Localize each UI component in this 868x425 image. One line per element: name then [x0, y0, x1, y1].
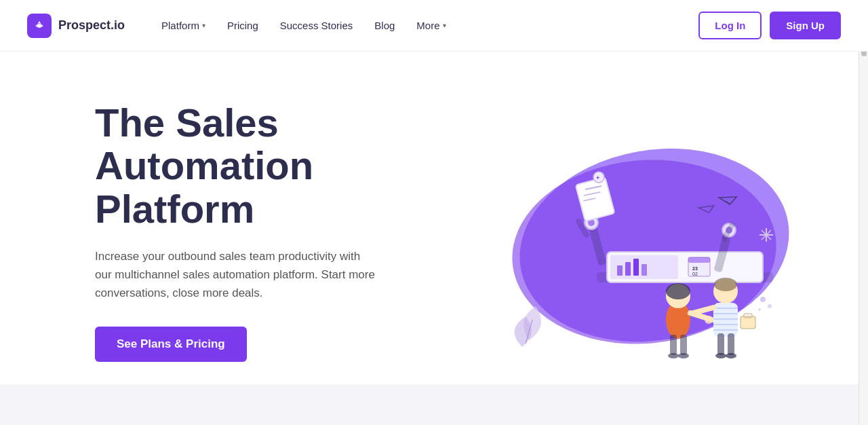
- svg-point-58: [726, 353, 736, 358]
- svg-rect-9: [633, 259, 639, 276]
- nav-pricing[interactable]: Pricing: [218, 14, 268, 37]
- cta-button[interactable]: See Plans & Pricing: [95, 327, 247, 362]
- svg-rect-7: [617, 265, 623, 276]
- illustration-svg: 23 02: [475, 89, 814, 374]
- svg-point-44: [668, 353, 679, 358]
- logo[interactable]: Prospect.io: [27, 14, 125, 38]
- nav-links: Platform ▾ Pricing Success Stories Blog …: [152, 14, 698, 37]
- hero-illustration: 23 02: [475, 89, 814, 374]
- logo-icon: [27, 14, 52, 38]
- svg-point-0: [38, 24, 41, 27]
- nav-blog[interactable]: Blog: [365, 14, 404, 37]
- svg-point-62: [705, 316, 713, 324]
- svg-point-38: [758, 308, 761, 311]
- svg-rect-10: [642, 264, 647, 276]
- svg-rect-12: [688, 257, 710, 263]
- hero-section: The Sales Automation Platform Increase y…: [0, 52, 868, 384]
- platform-chevron-icon: ▾: [202, 22, 205, 29]
- svg-point-36: [760, 297, 766, 302]
- more-chevron-icon: ▾: [443, 22, 446, 29]
- svg-point-37: [768, 304, 772, 308]
- scrollbar[interactable]: [859, 0, 868, 425]
- nav-success-stories[interactable]: Success Stories: [271, 14, 363, 37]
- svg-text:02: 02: [692, 272, 698, 276]
- nav-more[interactable]: More ▾: [407, 14, 455, 37]
- svg-rect-55: [717, 333, 724, 355]
- hero-right: 23 02: [448, 79, 841, 384]
- signup-button[interactable]: Sign Up: [770, 12, 841, 39]
- svg-point-45: [678, 353, 689, 358]
- svg-rect-8: [625, 262, 631, 276]
- login-button[interactable]: Log In: [698, 12, 762, 39]
- hero-subtitle: Increase your outbound sales team produc…: [95, 247, 380, 303]
- svg-rect-42: [670, 335, 677, 355]
- svg-rect-56: [728, 333, 734, 355]
- hero-left: The Sales Automation Platform Increase y…: [95, 101, 448, 363]
- svg-text:+: +: [596, 174, 599, 181]
- navbar: Prospect.io Platform ▾ Pricing Success S…: [0, 0, 868, 52]
- nav-actions: Log In Sign Up: [698, 12, 841, 39]
- svg-rect-43: [680, 335, 687, 355]
- svg-point-57: [715, 353, 726, 358]
- nav-platform[interactable]: Platform ▾: [152, 14, 215, 37]
- logo-text: Prospect.io: [58, 18, 125, 33]
- svg-point-41: [666, 283, 690, 299]
- bottom-bar: [0, 384, 859, 425]
- hero-title: The Sales Automation Platform: [95, 101, 420, 231]
- svg-text:23: 23: [692, 266, 698, 271]
- svg-point-54: [714, 278, 737, 291]
